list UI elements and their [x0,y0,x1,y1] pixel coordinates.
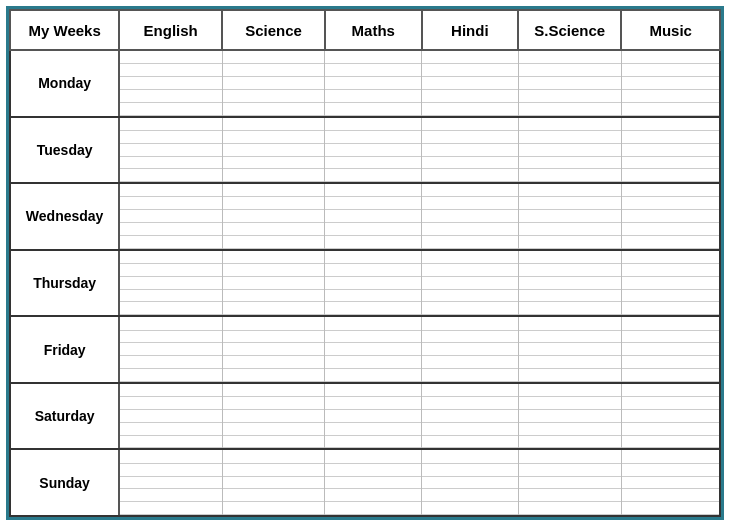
subject-cell [422,383,519,450]
subject-cell [325,183,422,250]
subject-cell [518,250,621,317]
subject-cell [621,117,720,184]
subject-cell [518,449,621,516]
day-label-thursday: Thursday [10,250,119,317]
header-hindi: Hindi [422,10,519,50]
day-label-friday: Friday [10,316,119,383]
subject-cell [222,117,325,184]
timetable-wrapper: My Weeks English Science Maths Hindi S.S… [6,6,724,520]
day-label-wednesday: Wednesday [10,183,119,250]
day-label-monday: Monday [10,50,119,117]
subject-cell [222,383,325,450]
subject-cell [222,183,325,250]
subject-cell [422,50,519,117]
header-music: Music [621,10,720,50]
day-label-tuesday: Tuesday [10,117,119,184]
header-english: English [119,10,222,50]
day-row-wednesday: Wednesday [10,183,720,250]
subject-cell [119,50,222,117]
day-row-saturday: Saturday [10,383,720,450]
subject-cell [422,117,519,184]
day-row-monday: Monday [10,50,720,117]
header-row: My Weeks English Science Maths Hindi S.S… [10,10,720,50]
subject-cell [422,250,519,317]
subject-cell [119,449,222,516]
subject-cell [621,316,720,383]
subject-cell [222,449,325,516]
subject-cell [325,449,422,516]
subject-cell [119,117,222,184]
header-maths: Maths [325,10,422,50]
subject-cell [518,50,621,117]
subject-cell [518,183,621,250]
subject-cell [325,117,422,184]
subject-cell [119,250,222,317]
subject-cell [222,250,325,317]
subject-cell [119,316,222,383]
header-my-weeks: My Weeks [10,10,119,50]
subject-cell [325,316,422,383]
subject-cell [621,50,720,117]
subject-cell [222,316,325,383]
subject-cell [621,250,720,317]
subject-cell [325,383,422,450]
day-row-friday: Friday [10,316,720,383]
header-sscience: S.Science [518,10,621,50]
timetable-body: MondayTuesdayWednesdayThursdayFridaySatu… [10,50,720,516]
subject-cell [518,383,621,450]
day-row-sunday: Sunday [10,449,720,516]
subject-cell [621,383,720,450]
subject-cell [422,449,519,516]
subject-cell [222,50,325,117]
subject-cell [325,250,422,317]
subject-cell [621,449,720,516]
subject-cell [518,117,621,184]
day-label-sunday: Sunday [10,449,119,516]
day-label-saturday: Saturday [10,383,119,450]
subject-cell [119,383,222,450]
subject-cell [422,316,519,383]
subject-cell [422,183,519,250]
day-row-tuesday: Tuesday [10,117,720,184]
subject-cell [325,50,422,117]
header-science: Science [222,10,325,50]
subject-cell [621,183,720,250]
timetable: My Weeks English Science Maths Hindi S.S… [9,9,721,517]
day-row-thursday: Thursday [10,250,720,317]
subject-cell [119,183,222,250]
subject-cell [518,316,621,383]
